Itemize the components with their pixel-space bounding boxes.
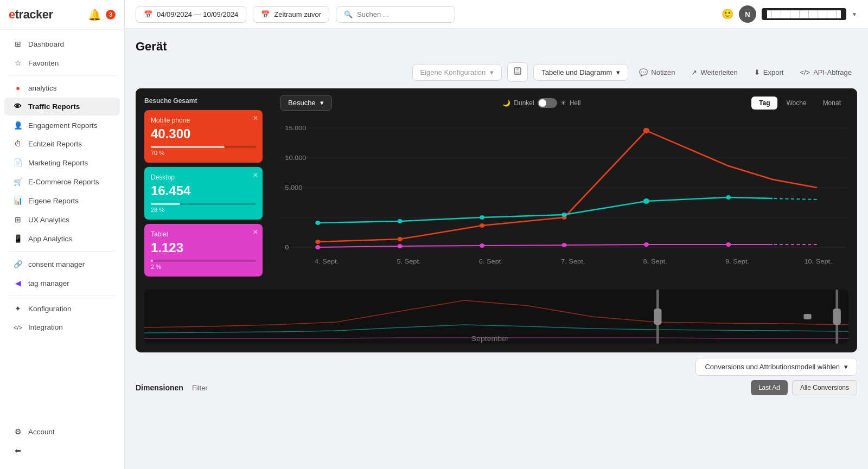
- visits-total-label: Besuche Gesamt: [144, 97, 263, 105]
- tag-icon: ◀: [13, 279, 23, 287]
- toggle-knob: [539, 99, 546, 107]
- svg-text:5. Sept.: 5. Sept.: [397, 258, 420, 265]
- bell-icon[interactable]: 🔔: [88, 8, 101, 21]
- svg-rect-2: [515, 72, 520, 74]
- desktop-bar-bg: [151, 203, 256, 205]
- weiterleiten-button[interactable]: ↗ Weiterleiten: [686, 65, 743, 80]
- code-icon: </>: [800, 68, 810, 76]
- last-ad-button[interactable]: Last Ad: [751, 380, 788, 395]
- toolbar: Eigene Konfiguration ▾ Tabelle und Diagr…: [136, 62, 857, 82]
- search-box[interactable]: 🔍: [336, 6, 455, 23]
- tablet-value: 1.123: [151, 240, 256, 255]
- svg-text:10.000: 10.000: [285, 155, 307, 162]
- svg-text:7. Sept.: 7. Sept.: [561, 258, 585, 265]
- ecommerce-icon: 🛒: [13, 177, 23, 186]
- mobile-card: ✕ Mobile phone 40.300 70 %: [144, 110, 263, 163]
- export-button[interactable]: ⬇ Export: [749, 65, 789, 80]
- sidebar-item-tag-manager[interactable]: ◀ tag manager: [4, 274, 120, 292]
- page-content: Gerät Eigene Konfiguration ▾ Tabelle und…: [125, 29, 868, 469]
- svg-text:9. Sept.: 9. Sept.: [725, 258, 749, 265]
- logo-text: etracker: [9, 8, 53, 22]
- svg-text:5.000: 5.000: [285, 184, 302, 191]
- svg-point-32: [480, 243, 484, 248]
- conversion-button[interactable]: Conversions und Attributionsmodell wähle…: [695, 358, 857, 376]
- chart-top: Besuche Gesamt ✕ Mobile phone 40.300 70 …: [136, 88, 857, 290]
- time-tabs: Tag Woche Monat: [751, 97, 848, 110]
- main-area: 📅 04/09/2024 — 10/09/2024 📅 Zeitraum zuv…: [125, 0, 868, 469]
- filter-link[interactable]: Filter: [192, 384, 208, 392]
- mobile-label: Mobile phone: [151, 117, 256, 124]
- sidebar-item-ecommerce-reports[interactable]: 🛒 E-Commerce Reports: [4, 172, 120, 191]
- traffic-icon: 👁: [13, 102, 23, 111]
- search-input[interactable]: [357, 10, 444, 18]
- sidebar-item-ux-analytics[interactable]: ⊞ UX Analytics: [4, 210, 120, 229]
- download-icon: ⬇: [754, 68, 760, 76]
- engagement-icon: 👤: [13, 121, 23, 130]
- chevron-down-icon4: ▾: [844, 363, 848, 371]
- date-range-button[interactable]: 📅 04/09/2024 — 10/09/2024: [136, 6, 246, 23]
- nav-divider-2: [9, 251, 116, 252]
- desktop-bar-fill: [151, 203, 180, 205]
- svg-rect-40: [803, 314, 811, 319]
- sidebar-item-engagement-reports[interactable]: 👤 Engagement Reports: [4, 116, 120, 134]
- emoji-button[interactable]: 🙂: [722, 8, 733, 20]
- svg-text:10. Sept.: 10. Sept.: [804, 258, 832, 265]
- svg-rect-38: [654, 309, 661, 325]
- sidebar-item-dashboard[interactable]: ⊞ Dashboard: [4, 35, 120, 53]
- star-icon: ☆: [13, 59, 23, 67]
- sidebar-item-eigene-reports[interactable]: 📊 Eigene Reports: [4, 191, 120, 210]
- tab-tag[interactable]: Tag: [751, 97, 777, 110]
- sidebar-item-bottom-action[interactable]: ⬅: [4, 441, 120, 460]
- svg-text:6. Sept.: 6. Sept.: [479, 258, 503, 265]
- sidebar-item-consent-manager[interactable]: 🔗 consent manager: [4, 255, 120, 273]
- tablet-pct: 2 %: [151, 264, 256, 270]
- prev-period-button[interactable]: 📅 Zeitraum zuvor: [253, 6, 329, 23]
- config-select[interactable]: Eigene Konfiguration ▾: [412, 64, 502, 81]
- header-actions: 🙂 N ████████████████ ▼: [722, 5, 857, 23]
- account-icon: ⚙: [13, 427, 23, 436]
- svg-point-28: [643, 198, 650, 204]
- sidebar-item-favoriten[interactable]: ☆ Favoriten: [4, 54, 120, 72]
- dimensions-section: Dimensionen Filter Last Ad Alle Conversi…: [136, 380, 857, 395]
- sidebar-item-analytics[interactable]: ● analytics: [4, 79, 120, 97]
- sidebar-item-traffic-reports[interactable]: 👁 Traffic Reports: [4, 98, 120, 115]
- tab-woche[interactable]: Woche: [778, 97, 814, 110]
- sidebar-item-echtzeit-reports[interactable]: ⏱ Echtzeit Reports: [4, 135, 120, 153]
- sidebar-item-integration[interactable]: </> Integration: [4, 318, 120, 336]
- sidebar-item-account[interactable]: ⚙ Account: [4, 422, 120, 441]
- mini-timeline: September: [144, 290, 848, 344]
- page-title: Gerät: [136, 40, 857, 54]
- tablet-close-button[interactable]: ✕: [253, 228, 258, 236]
- mobile-close-button[interactable]: ✕: [253, 114, 258, 122]
- chevron-down-icon2: ▾: [616, 68, 620, 76]
- user-name-bar: ████████████████: [762, 8, 846, 20]
- marketing-icon: 📄: [13, 158, 23, 167]
- api-button[interactable]: </> API-Abfrage: [794, 65, 857, 80]
- theme-toggle[interactable]: [538, 98, 557, 108]
- sidebar-item-konfiguration[interactable]: ✦ Konfiguration: [4, 299, 120, 318]
- svg-point-34: [644, 242, 649, 247]
- desktop-close-button[interactable]: ✕: [253, 171, 258, 179]
- svg-text:4. Sept.: 4. Sept.: [315, 258, 339, 265]
- desktop-value: 16.454: [151, 183, 256, 198]
- exit-icon: ⬅: [13, 446, 23, 455]
- save-config-button[interactable]: [507, 62, 528, 82]
- avatar: N: [739, 5, 756, 23]
- alle-conversions-button[interactable]: Alle Conversions: [792, 380, 857, 395]
- mobile-value: 40.300: [151, 126, 256, 142]
- view-select[interactable]: Tabelle und Diagramm ▾: [533, 64, 628, 81]
- search-icon: 🔍: [344, 10, 353, 18]
- mobile-bar-bg: [151, 146, 256, 148]
- dropdown-arrow-icon[interactable]: ▼: [852, 11, 857, 17]
- svg-point-25: [398, 219, 403, 223]
- desktop-label: Desktop: [151, 174, 256, 181]
- metric-dropdown[interactable]: Besuche ▾: [280, 95, 332, 111]
- sidebar-item-app-analytics[interactable]: 📱 App Analytics: [4, 229, 120, 248]
- config-icon: ✦: [13, 304, 23, 313]
- tablet-card: ✕ Tablet 1.123 2 %: [144, 224, 263, 277]
- sidebar-logo: etracker 🔔 3: [0, 0, 124, 30]
- tab-monat[interactable]: Monat: [815, 97, 848, 110]
- sidebar-item-marketing-reports[interactable]: 📄 Marketing Reports: [4, 153, 120, 172]
- svg-point-20: [398, 237, 403, 241]
- notizen-button[interactable]: 💬 Notizen: [634, 65, 680, 80]
